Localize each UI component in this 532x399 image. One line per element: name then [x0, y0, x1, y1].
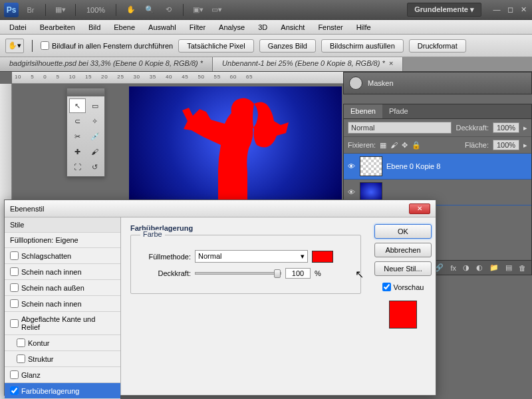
lasso-tool-icon[interactable]: ⊂: [69, 114, 86, 128]
workspace-dropdown[interactable]: Grundelemente ▾: [407, 3, 481, 17]
group-icon[interactable]: 📁: [489, 263, 499, 272]
styles-header[interactable]: Stile: [5, 217, 120, 233]
visibility-icon[interactable]: 👁: [346, 188, 356, 196]
style-satin[interactable]: Glanz: [5, 367, 120, 383]
brush-tool-icon[interactable]: 🖌: [86, 144, 103, 159]
dialog-title: Ebenenstil: [10, 205, 409, 213]
opacity-slider[interactable]: [195, 272, 281, 275]
eyedropper-tool-icon[interactable]: 💉: [86, 129, 103, 144]
hand-icon[interactable]: ✋: [124, 3, 138, 17]
screen-mode-icon[interactable]: ▭▾: [210, 3, 223, 17]
fill-value[interactable]: 100%: [493, 140, 519, 150]
fill-screen-button[interactable]: Bildschirm ausfüllen: [321, 39, 404, 53]
blend-mode-label: Füllmethode:: [139, 253, 191, 261]
maximize-icon[interactable]: ◻: [505, 5, 515, 14]
close-app-icon[interactable]: ✕: [519, 5, 528, 14]
scroll-all-checkbox[interactable]: [41, 41, 49, 50]
actual-pixels-button[interactable]: Tatsächliche Pixel: [178, 39, 253, 53]
style-bevel[interactable]: Abgeflachte Kante und Relief: [5, 312, 120, 335]
menu-filter[interactable]: Filter: [184, 22, 211, 33]
lock-position-icon[interactable]: ✥: [402, 141, 408, 150]
opacity-input[interactable]: [285, 268, 311, 279]
style-contour[interactable]: Kontur: [5, 335, 120, 351]
menu-edit[interactable]: Bearbeiten: [35, 22, 80, 33]
palette-drag-handle[interactable]: [67, 88, 104, 96]
heal-tool-icon[interactable]: ✚: [69, 144, 86, 159]
blend-mode-combo[interactable]: Normal▾: [195, 250, 308, 263]
lock-transparency-icon[interactable]: ▦: [380, 141, 386, 150]
menu-view[interactable]: Ansicht: [275, 22, 310, 33]
minimize-icon[interactable]: —: [492, 5, 501, 14]
new-style-button[interactable]: Neuer Stil...: [374, 261, 432, 276]
tab-paths[interactable]: Pfade: [382, 104, 415, 118]
tab-layers[interactable]: Ebenen: [344, 104, 382, 118]
menu-analysis[interactable]: Analyse: [213, 22, 250, 33]
fx-icon[interactable]: fx: [450, 264, 456, 272]
close-icon[interactable]: ✕: [409, 203, 430, 214]
menu-3d[interactable]: 3D: [253, 22, 273, 33]
menu-file[interactable]: Datei: [4, 22, 32, 33]
layer-row[interactable]: 👁 Ebene 0 Kopie 8: [344, 154, 531, 180]
print-size-button[interactable]: Druckformat: [409, 39, 466, 53]
menu-window[interactable]: Fenster: [313, 22, 348, 33]
document-canvas[interactable]: [129, 86, 342, 200]
fit-screen-button[interactable]: Ganzes Bild: [259, 39, 316, 53]
bridge-icon[interactable]: Br: [24, 3, 37, 17]
history-brush-icon[interactable]: ↺: [86, 160, 103, 174]
blend-options-row[interactable]: Füllloptionen: Eigene: [5, 233, 120, 248]
style-drop-shadow[interactable]: Schlagschatten: [5, 248, 120, 264]
percent-label: %: [315, 269, 321, 277]
blend-mode-dropdown[interactable]: Normal: [348, 122, 452, 134]
arrange-icon[interactable]: ▣▾: [192, 3, 205, 17]
dialog-titlebar[interactable]: Ebenenstil ✕: [5, 200, 436, 217]
cancel-button[interactable]: Abbrechen: [374, 243, 432, 257]
ok-button[interactable]: OK: [374, 224, 432, 239]
slider-thumb[interactable]: [274, 269, 281, 278]
menubar: Datei Bearbeiten Bild Ebene Auswahl Filt…: [0, 20, 532, 35]
adjustment-icon[interactable]: ◐: [476, 263, 483, 272]
crop-tool-icon[interactable]: ✂: [69, 129, 86, 144]
menu-image[interactable]: Bild: [83, 22, 106, 33]
opacity-label: Deckkraft:: [456, 124, 489, 132]
rotate-view-icon[interactable]: ⟲: [162, 3, 175, 17]
menu-help[interactable]: Hilfe: [351, 22, 376, 33]
zoom-icon[interactable]: 🔍: [143, 3, 156, 17]
menu-select[interactable]: Auswahl: [143, 22, 182, 33]
style-outer-glow[interactable]: Schein nach außen: [5, 280, 120, 296]
move-tool-icon[interactable]: ↖: [69, 98, 86, 113]
marquee-tool-icon[interactable]: ▭: [86, 98, 103, 113]
opacity-value[interactable]: 100%: [493, 122, 519, 133]
style-texture[interactable]: Struktur: [5, 351, 120, 367]
zoom-level[interactable]: 100%: [86, 6, 105, 14]
dialog-main: Farbüberlagerung Farbe Füllmethode: Norm…: [121, 217, 370, 395]
layer-name[interactable]: Ebene 0 Kopie 8: [386, 162, 440, 170]
section-title: Farbüberlagerung: [130, 224, 361, 232]
preview-check[interactable]: [382, 283, 391, 291]
visibility-icon[interactable]: 👁: [346, 162, 356, 170]
trash-icon[interactable]: 🗑: [519, 264, 526, 272]
doc-tab-2[interactable]: Unbenannt-1 bei 25% (Ebene 0 Kopie 8, RG…: [213, 57, 403, 71]
style-inner-shadow[interactable]: Schein nach innen: [5, 264, 120, 280]
scroll-all-label: Bildlauf in allen Fenstern durchführen: [52, 42, 173, 50]
view-extras-icon[interactable]: ▦▾: [54, 3, 67, 17]
preview-swatch: [389, 301, 417, 329]
lock-pixels-icon[interactable]: 🖌: [390, 141, 398, 149]
stamp-tool-icon[interactable]: ⛶: [69, 160, 86, 174]
style-color-overlay[interactable]: Farbüberlagerung: [5, 383, 120, 399]
opacity-flyout-icon[interactable]: ▸: [523, 124, 527, 132]
doc-tab-1[interactable]: badgirlsilhouette.psd bei 33,3% (Ebene 0…: [0, 57, 213, 71]
current-tool-icon[interactable]: ✋▾: [5, 39, 24, 53]
masks-panel[interactable]: Masken: [343, 72, 532, 94]
preview-checkbox[interactable]: Vorschau: [382, 283, 424, 291]
fill-flyout-icon[interactable]: ▸: [523, 141, 527, 150]
scroll-all-windows-checkbox[interactable]: Bildlauf in allen Fenstern durchführen: [41, 41, 173, 50]
mask-icon[interactable]: ◑: [463, 263, 469, 272]
overlay-color-swatch[interactable]: [312, 251, 333, 263]
layer-thumbnail[interactable]: [360, 156, 382, 176]
wand-tool-icon[interactable]: ✧: [86, 114, 103, 128]
style-inner-glow[interactable]: Schein nach innen: [5, 296, 120, 312]
tools-palette[interactable]: ↖ ▭ ⊂ ✧ ✂ 💉 ✚ 🖌 ⛶ ↺: [66, 88, 105, 177]
lock-all-icon[interactable]: 🔒: [412, 141, 421, 150]
menu-layer[interactable]: Ebene: [108, 22, 140, 33]
new-layer-icon[interactable]: ▤: [505, 263, 512, 272]
